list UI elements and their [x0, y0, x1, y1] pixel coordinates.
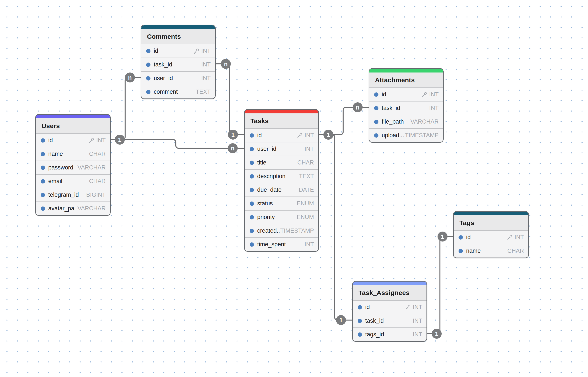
field-meta: INT — [201, 61, 211, 68]
field-dot-icon — [358, 332, 362, 337]
field-row-users-1[interactable]: nameCHAR — [36, 147, 110, 161]
field-meta: TEXT — [299, 173, 314, 180]
table-color-strip — [369, 69, 443, 72]
tables-layer: CommentsidINTtask_idINTuser_idINTcomment… — [0, 0, 588, 377]
field-name: id — [365, 304, 370, 311]
field-type: INT — [305, 146, 314, 152]
table-header-tasks[interactable]: Tasks — [245, 113, 318, 128]
table-color-strip — [141, 25, 215, 29]
field-row-users-4[interactable]: telegram_idBIGINT — [36, 188, 110, 201]
table-card-users[interactable]: UsersidINTnameCHARpasswordVARCHARemailCH… — [35, 114, 111, 216]
field-row-users-2[interactable]: passwordVARCHAR — [36, 161, 110, 174]
field-row-tasks-3[interactable]: descriptionTEXT — [245, 169, 318, 183]
field-name: upload... — [382, 132, 404, 139]
field-type: CHAR — [507, 247, 524, 254]
field-row-tasks-6[interactable]: priorityENUM — [245, 210, 318, 224]
field-type: ENUM — [297, 200, 314, 207]
field-row-task_assignees-0[interactable]: idINT — [353, 300, 427, 314]
field-meta: CHAR — [507, 247, 524, 254]
table-color-strip — [353, 282, 427, 285]
table-card-comments[interactable]: CommentsidINTtask_idINTuser_idINTcomment… — [141, 25, 216, 99]
field-type: INT — [413, 331, 422, 338]
table-header-tags[interactable]: Tags — [454, 215, 528, 230]
field-row-tasks-8[interactable]: time_spentINT — [245, 237, 318, 251]
field-name: time_spent — [257, 241, 286, 248]
primary-key-icon — [296, 132, 303, 139]
field-type: INT — [429, 105, 439, 111]
field-name: status — [257, 200, 273, 207]
field-dot-icon — [250, 174, 254, 178]
field-row-users-3[interactable]: emailCHAR — [36, 174, 110, 188]
field-row-attachments-1[interactable]: task_idINT — [369, 101, 443, 115]
field-meta: INT — [88, 137, 106, 144]
field-dot-icon — [41, 193, 45, 197]
table-color-strip — [36, 115, 110, 118]
diagram-canvas[interactable]: 1n1nn11n1111 CommentsidINTtask_idINTuser… — [0, 0, 588, 377]
field-row-comments-1[interactable]: task_idINT — [141, 58, 215, 71]
field-name: task_id — [365, 318, 384, 324]
field-name: name — [48, 151, 63, 157]
field-type: VARCHAR — [410, 118, 439, 125]
table-header-attachments[interactable]: Attachments — [369, 72, 443, 87]
field-dot-icon — [458, 235, 463, 240]
field-meta: TIMESTAMP — [405, 132, 439, 139]
field-row-attachments-3[interactable]: upload...TIMESTAMP — [369, 128, 443, 142]
field-meta: VARCHAR — [410, 118, 439, 125]
field-meta: ENUM — [297, 214, 314, 221]
field-row-tags-1[interactable]: nameCHAR — [454, 244, 528, 258]
field-row-attachments-0[interactable]: idINT — [369, 87, 443, 101]
field-type: CHAR — [89, 178, 106, 185]
field-dot-icon — [250, 201, 254, 206]
field-type: INT — [429, 91, 439, 98]
primary-key-icon — [405, 304, 411, 311]
field-row-comments-3[interactable]: commentTEXT — [141, 85, 215, 98]
table-card-task_assignees[interactable]: Task_AssigneesidINTtask_idINTtags_idINT — [352, 281, 427, 342]
table-title: Tasks — [251, 117, 269, 125]
field-name: priority — [257, 214, 275, 221]
field-name: id — [48, 137, 53, 144]
field-meta: INT — [305, 241, 314, 248]
table-card-attachments[interactable]: AttachmentsidINTtask_idINTfile_pathVARCH… — [369, 68, 444, 143]
field-row-tasks-4[interactable]: due_dateDATE — [245, 183, 318, 197]
table-header-users[interactable]: Users — [36, 118, 110, 133]
field-dot-icon — [374, 120, 378, 124]
field-row-comments-2[interactable]: user_idINT — [141, 71, 215, 85]
field-name: password — [48, 164, 73, 171]
field-meta: CHAR — [89, 178, 106, 185]
field-name: title — [257, 159, 266, 166]
primary-key-icon — [421, 91, 428, 98]
table-color-strip — [245, 110, 318, 113]
field-meta: INT — [305, 146, 314, 152]
field-dot-icon — [374, 133, 378, 138]
table-header-task_assignees[interactable]: Task_Assignees — [353, 285, 427, 300]
field-row-tasks-5[interactable]: statusENUM — [245, 197, 318, 210]
field-type: ENUM — [297, 214, 314, 221]
field-name: user_id — [257, 146, 276, 152]
table-title: Comments — [147, 33, 181, 40]
field-row-attachments-2[interactable]: file_pathVARCHAR — [369, 115, 443, 128]
table-card-tags[interactable]: TagsidINTnameCHAR — [453, 211, 529, 258]
field-row-comments-0[interactable]: idINT — [141, 44, 215, 58]
table-card-tasks[interactable]: TasksidINTuser_idINTtitleCHARdescription… — [244, 109, 319, 252]
field-row-users-5[interactable]: avatar_pa...VARCHAR — [36, 201, 110, 215]
field-row-users-0[interactable]: idINT — [36, 133, 110, 147]
field-row-tasks-0[interactable]: idINT — [245, 128, 318, 142]
field-dot-icon — [374, 92, 378, 97]
field-dot-icon — [250, 215, 254, 219]
field-row-tasks-2[interactable]: titleCHAR — [245, 156, 318, 169]
table-header-comments[interactable]: Comments — [141, 29, 215, 44]
field-row-task_assignees-2[interactable]: tags_idINT — [353, 328, 427, 341]
field-name: id — [154, 47, 158, 54]
field-type: CHAR — [297, 159, 314, 166]
field-dot-icon — [358, 305, 362, 309]
field-name: due_date — [257, 187, 282, 193]
primary-key-icon — [506, 234, 513, 241]
field-row-tasks-7[interactable]: created...TIMESTAMP — [245, 224, 318, 237]
field-meta: DATE — [299, 187, 314, 193]
field-row-tasks-1[interactable]: user_idINT — [245, 142, 318, 156]
field-meta: INT — [193, 47, 211, 54]
field-row-task_assignees-1[interactable]: task_idINT — [353, 314, 427, 328]
field-dot-icon — [250, 133, 254, 138]
primary-key-icon — [193, 48, 200, 54]
field-row-tags-0[interactable]: idINT — [454, 230, 528, 244]
